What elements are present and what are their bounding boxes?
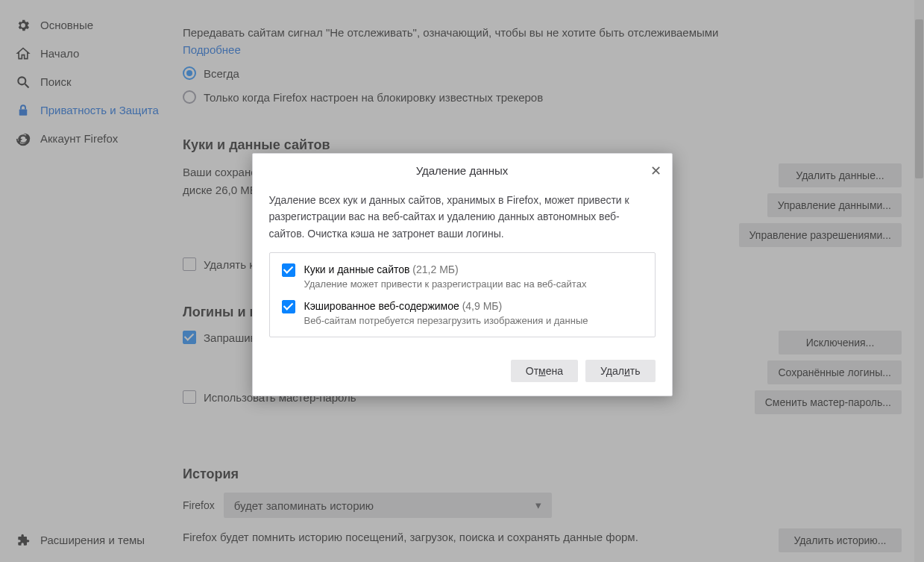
dialog-description: Удаление всех кук и данных сайтов, храни… (269, 192, 656, 242)
cookies-option-sub: Удаление может привести к разрегистрации… (304, 278, 587, 290)
delete-button[interactable]: Удалить (585, 360, 655, 382)
dialog-title: Удаление данных (416, 164, 509, 177)
cache-option-checkbox[interactable] (282, 300, 295, 313)
close-icon[interactable]: ✕ (650, 163, 661, 179)
clear-data-dialog: Удаление данных ✕ Удаление всех кук и да… (252, 153, 673, 396)
cache-option-sub: Веб-сайтам потребуется перезагрузить изо… (304, 315, 588, 326)
options-box: Куки и данные сайтов (21,2 МБ) Удаление … (269, 252, 656, 337)
modal-overlay: Удаление данных ✕ Удаление всех кук и да… (0, 0, 924, 562)
cookies-option-checkbox[interactable] (282, 263, 295, 277)
cancel-button[interactable]: Отмена (511, 360, 578, 382)
cookies-option-label: Куки и данные сайтов (21,2 МБ) (304, 263, 587, 275)
cache-option-label: Кэшированное веб-содержимое (4,9 МБ) (304, 300, 588, 312)
